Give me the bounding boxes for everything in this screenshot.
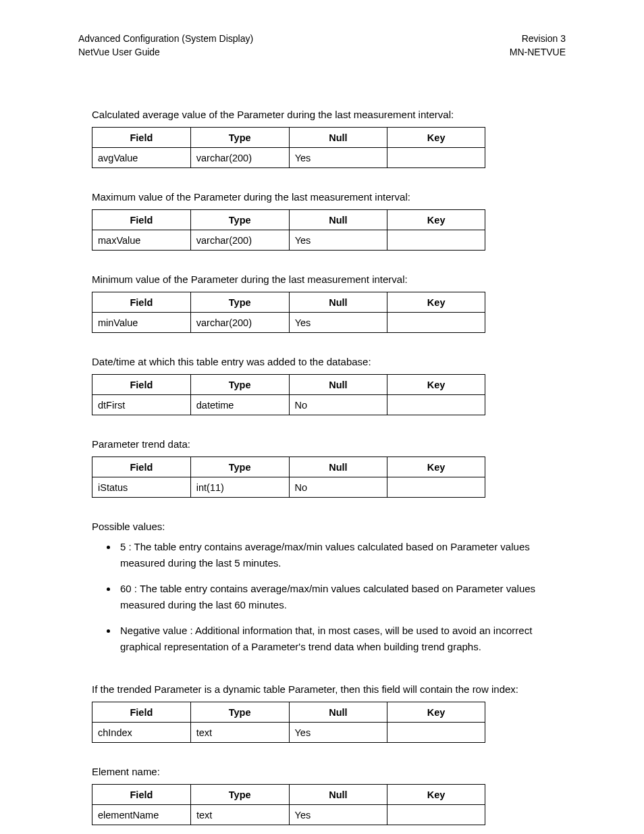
table-row: chIndex text Yes xyxy=(92,723,485,743)
header-doc-code: MN-NETVUE xyxy=(510,46,566,59)
cell-field: chIndex xyxy=(92,723,191,743)
col-header-field: Field xyxy=(92,210,191,230)
cell-null: Yes xyxy=(289,805,387,825)
cell-key xyxy=(387,230,485,251)
cell-key xyxy=(387,313,485,333)
col-header-null: Null xyxy=(289,128,387,148)
minvalue-table: Field Type Null Key minValue varchar(200… xyxy=(92,292,485,333)
cell-type: text xyxy=(190,723,289,743)
cell-field: elementName xyxy=(92,805,191,825)
avgvalue-table: Field Type Null Key avgValue varchar(200… xyxy=(92,127,485,168)
col-header-null: Null xyxy=(289,375,387,395)
header-section-title: Advanced Configuration (System Display) xyxy=(78,32,253,46)
col-header-null: Null xyxy=(289,457,387,477)
list-item: Negative value : Additional information … xyxy=(117,623,566,655)
elementname-table: Field Type Null Key elementName text Yes xyxy=(92,784,485,825)
header-revision: Revision 3 xyxy=(510,32,566,46)
table-header-row: Field Type Null Key xyxy=(92,292,485,313)
table-row: elementName text Yes xyxy=(92,805,485,825)
cell-field: iStatus xyxy=(92,477,191,498)
header-doc-title: NetVue User Guide xyxy=(78,46,253,59)
cell-null: No xyxy=(289,477,387,498)
cell-null: Yes xyxy=(289,313,387,333)
col-header-null: Null xyxy=(289,785,387,805)
minvalue-description: Minimum value of the Parameter during th… xyxy=(92,272,566,286)
col-header-field: Field xyxy=(92,375,191,395)
col-header-key: Key xyxy=(387,785,485,805)
cell-key xyxy=(387,148,485,168)
col-header-field: Field xyxy=(92,702,191,723)
col-header-type: Type xyxy=(190,785,289,805)
table-header-row: Field Type Null Key xyxy=(92,375,485,395)
col-header-key: Key xyxy=(387,292,485,313)
cell-field: maxValue xyxy=(92,230,191,251)
col-header-type: Type xyxy=(190,702,289,723)
cell-key xyxy=(387,477,485,498)
dtfirst-table: Field Type Null Key dtFirst datetime No xyxy=(92,374,485,415)
col-header-key: Key xyxy=(387,210,485,230)
table-row: iStatus int(11) No xyxy=(92,477,485,498)
col-header-type: Type xyxy=(190,457,289,477)
col-header-null: Null xyxy=(289,702,387,723)
header-right: Revision 3 MN-NETVUE xyxy=(510,32,566,59)
cell-null: Yes xyxy=(289,230,387,251)
list-item: 60 : The table entry contains average/ma… xyxy=(117,581,566,613)
col-header-key: Key xyxy=(387,457,485,477)
table-header-row: Field Type Null Key xyxy=(92,457,485,477)
cell-null: No xyxy=(289,395,387,415)
cell-field: dtFirst xyxy=(92,395,191,415)
elementname-description: Element name: xyxy=(92,764,566,779)
cell-type: varchar(200) xyxy=(190,148,289,168)
col-header-type: Type xyxy=(190,210,289,230)
istatus-table: Field Type Null Key iStatus int(11) No xyxy=(92,457,485,498)
col-header-null: Null xyxy=(289,292,387,313)
col-header-field: Field xyxy=(92,128,191,148)
cell-type: varchar(200) xyxy=(190,230,289,251)
header-left: Advanced Configuration (System Display) … xyxy=(78,32,253,59)
chindex-table: Field Type Null Key chIndex text Yes xyxy=(92,702,485,743)
cell-null: Yes xyxy=(289,148,387,168)
cell-key xyxy=(387,723,485,743)
table-row: minValue varchar(200) Yes xyxy=(92,313,485,333)
cell-key xyxy=(387,805,485,825)
maxvalue-table: Field Type Null Key maxValue varchar(200… xyxy=(92,209,485,251)
cell-null: Yes xyxy=(289,723,387,743)
list-item: 5 : The table entry contains average/max… xyxy=(117,539,566,571)
cell-type: varchar(200) xyxy=(190,313,289,333)
cell-field: avgValue xyxy=(92,148,191,168)
col-header-field: Field xyxy=(92,457,191,477)
chindex-description: If the trended Parameter is a dynamic ta… xyxy=(92,682,566,696)
cell-type: datetime xyxy=(190,395,289,415)
col-header-null: Null xyxy=(289,210,387,230)
table-row: avgValue varchar(200) Yes xyxy=(92,148,485,168)
cell-type: text xyxy=(190,805,289,825)
col-header-type: Type xyxy=(190,375,289,395)
table-header-row: Field Type Null Key xyxy=(92,128,485,148)
page-header: Advanced Configuration (System Display) … xyxy=(78,32,566,59)
col-header-field: Field xyxy=(92,292,191,313)
table-row: maxValue varchar(200) Yes xyxy=(92,230,485,251)
possible-values-label: Possible values: xyxy=(92,519,566,533)
col-header-key: Key xyxy=(387,375,485,395)
table-header-row: Field Type Null Key xyxy=(92,702,485,723)
table-header-row: Field Type Null Key xyxy=(92,785,485,805)
table-header-row: Field Type Null Key xyxy=(92,210,485,230)
col-header-type: Type xyxy=(190,128,289,148)
istatus-description: Parameter trend data: xyxy=(92,437,566,451)
avgvalue-description: Calculated average value of the Paramete… xyxy=(92,107,566,122)
cell-field: minValue xyxy=(92,313,191,333)
cell-key xyxy=(387,395,485,415)
cell-type: int(11) xyxy=(190,477,289,498)
dtfirst-description: Date/time at which this table entry was … xyxy=(92,355,566,369)
col-header-key: Key xyxy=(387,702,485,723)
col-header-field: Field xyxy=(92,785,191,805)
table-row: dtFirst datetime No xyxy=(92,395,485,415)
col-header-key: Key xyxy=(387,128,485,148)
maxvalue-description: Maximum value of the Parameter during th… xyxy=(92,190,566,204)
possible-values-list: 5 : The table entry contains average/max… xyxy=(117,539,566,655)
col-header-type: Type xyxy=(190,292,289,313)
